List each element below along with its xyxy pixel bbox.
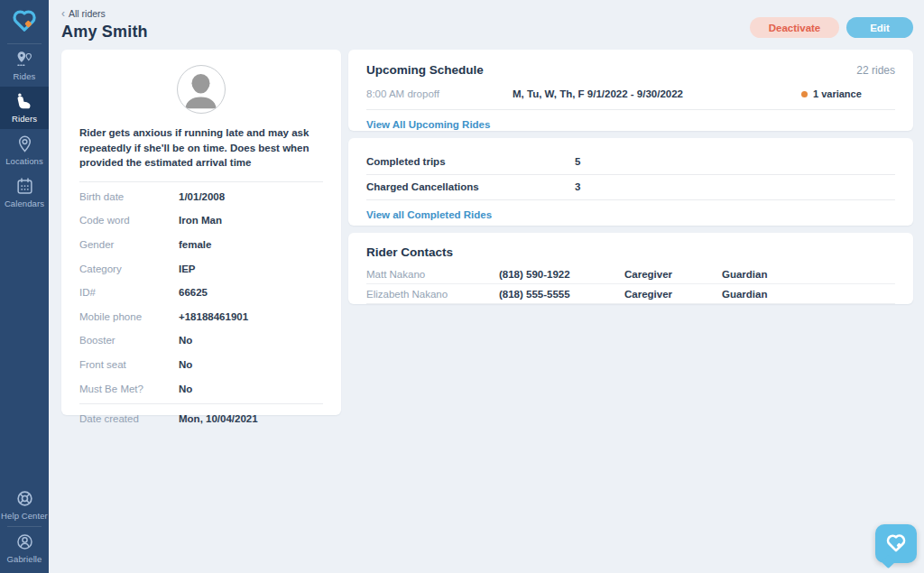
location-pin-icon [15, 134, 34, 153]
contact-row: Matt Nakano (818) 590-1922 Caregiver Gua… [366, 264, 895, 284]
sidebar-nav: Rides Riders Locations [0, 44, 49, 214]
edit-button[interactable]: Edit [846, 17, 913, 38]
rider-contacts-card: Rider Contacts Matt Nakano (818) 590-192… [348, 233, 913, 304]
calendar-icon [15, 177, 34, 196]
view-all-completed-rides-link[interactable]: View all Completed Rides [366, 209, 492, 220]
person-silhouette-icon [178, 66, 224, 112]
sidebar-item-calendars[interactable]: Calendars [0, 171, 49, 214]
contact-phone: (818) 555-5555 [499, 289, 624, 300]
section-divider [79, 181, 323, 182]
card-title: Rider Contacts [366, 245, 453, 259]
right-column: Upcoming Schedule 22 rides 8:00 AM dropo… [348, 50, 913, 415]
card-title: Upcoming Schedule [366, 63, 484, 77]
stat-value: 3 [575, 181, 895, 192]
field-row-birth-date: Birth date 1/01/2008 [79, 185, 323, 209]
stat-label: Charged Cancellations [366, 181, 575, 192]
rider-avatar [177, 65, 226, 114]
stat-label: Completed trips [366, 156, 575, 167]
sidebar-item-user-profile[interactable]: Gabrielle [0, 527, 49, 569]
schedule-time: 8:00 AM dropoff [366, 88, 513, 99]
section-divider [366, 199, 895, 200]
variance-indicator: 1 variance [801, 88, 895, 99]
contact-role: Caregiver [624, 269, 722, 280]
field-label: Front seat [79, 359, 179, 370]
sidebar-item-riders[interactable]: Riders [0, 87, 49, 129]
field-row-category: Category IEP [79, 256, 323, 281]
field-label: Birth date [79, 191, 179, 202]
field-row-date-created: Date created Mon, 10/04/2021 [79, 407, 323, 431]
breadcrumb[interactable]: ‹ All riders [61, 8, 106, 19]
rides-count: 22 rides [856, 64, 895, 77]
field-value: No [179, 384, 323, 394]
field-value: IEP [179, 263, 323, 274]
field-label: Mobile phone [79, 311, 179, 322]
contact-type: Guardian [722, 289, 895, 300]
field-label: Date created [79, 413, 179, 424]
stat-row-completed-trips: Completed trips 5 [366, 150, 895, 174]
chat-launcher-button[interactable] [875, 524, 917, 563]
stat-value: 5 [575, 156, 895, 167]
content: Rider gets anxious if running late and m… [61, 50, 913, 415]
sidebar-item-label: Rides [14, 71, 36, 81]
breadcrumb-label: All riders [69, 8, 106, 19]
schedule-days: M, Tu, W, Th, F 9/1/2022 - 9/30/2022 [513, 88, 801, 99]
field-value: +18188461901 [179, 311, 323, 322]
sidebar-item-label: Locations [5, 156, 43, 166]
sidebar-item-help-center[interactable]: Help Center [0, 484, 49, 526]
car-seat-icon [15, 92, 34, 111]
contact-phone: (818) 590-1922 [499, 269, 624, 280]
heart-logo-icon [883, 531, 909, 558]
lifebuoy-icon [15, 489, 34, 508]
stat-row-charged-cancellations: Charged Cancellations 3 [366, 175, 895, 199]
sidebar-item-locations[interactable]: Locations [0, 129, 49, 171]
section-divider [79, 403, 323, 404]
chevron-left-icon: ‹ [61, 9, 65, 18]
variance-label: 1 variance [813, 88, 862, 99]
sidebar-item-label: Gabrielle [7, 554, 42, 564]
field-value: female [179, 239, 323, 250]
field-label: Must Be Met? [79, 384, 179, 394]
upcoming-schedule-card: Upcoming Schedule 22 rides 8:00 AM dropo… [348, 50, 913, 131]
header-buttons: Deactivate Edit [750, 17, 913, 38]
field-row-booster: Booster No [79, 328, 323, 353]
contact-type: Guardian [722, 269, 895, 280]
completed-trips-card: Completed trips 5 Charged Cancellations … [348, 138, 913, 226]
page-header: ‹ All riders Amy Smith Deactivate Edit [61, 0, 913, 50]
field-value: Mon, 10/04/2021 [179, 413, 323, 424]
field-value: 66625 [179, 287, 323, 298]
field-row-gender: Gender female [79, 233, 323, 257]
field-row-must-be-met: Must Be Met? No [79, 376, 323, 401]
sidebar-item-rides[interactable]: Rides [0, 44, 49, 87]
field-label: Gender [79, 239, 179, 250]
main-area: ‹ All riders Amy Smith Deactivate Edit R… [49, 0, 924, 573]
field-row-id: ID# 66625 [79, 281, 323, 305]
sidebar-item-label: Riders [12, 114, 37, 124]
field-value: 1/01/2008 [179, 191, 323, 202]
sidebar-item-label: Calendars [5, 199, 44, 208]
field-row-code-word: Code word Iron Man [79, 208, 323, 233]
app-logo[interactable] [0, 0, 49, 43]
field-value: Iron Man [179, 215, 323, 226]
sidebar-spacer [0, 214, 49, 484]
rider-notes: Rider gets anxious if running late and m… [79, 125, 323, 171]
field-label: ID# [79, 287, 179, 298]
contact-name: Matt Nakano [366, 269, 499, 280]
user-avatar-icon [15, 532, 34, 551]
field-value: No [179, 359, 323, 370]
map-pins-icon [14, 50, 34, 69]
deactivate-button[interactable]: Deactivate [750, 17, 839, 38]
field-row-front-seat: Front seat No [79, 353, 323, 377]
field-value: No [179, 335, 323, 346]
contact-name: Elizabeth Nakano [366, 289, 499, 300]
field-row-mobile-phone: Mobile phone +18188461901 [79, 304, 323, 328]
rider-profile-card: Rider gets anxious if running late and m… [61, 50, 341, 415]
contact-role: Caregiver [624, 289, 722, 300]
field-label: Category [79, 263, 179, 274]
field-label: Code word [79, 215, 179, 226]
sidebar: Rides Riders Locations [0, 0, 49, 573]
section-divider [366, 109, 895, 110]
field-label: Booster [79, 335, 179, 346]
sidebar-footer: Help Center Gabrielle [0, 484, 49, 573]
schedule-row: 8:00 AM dropoff M, Tu, W, Th, F 9/1/2022… [366, 88, 895, 99]
view-all-upcoming-rides-link[interactable]: View All Upcoming Rides [366, 119, 490, 130]
